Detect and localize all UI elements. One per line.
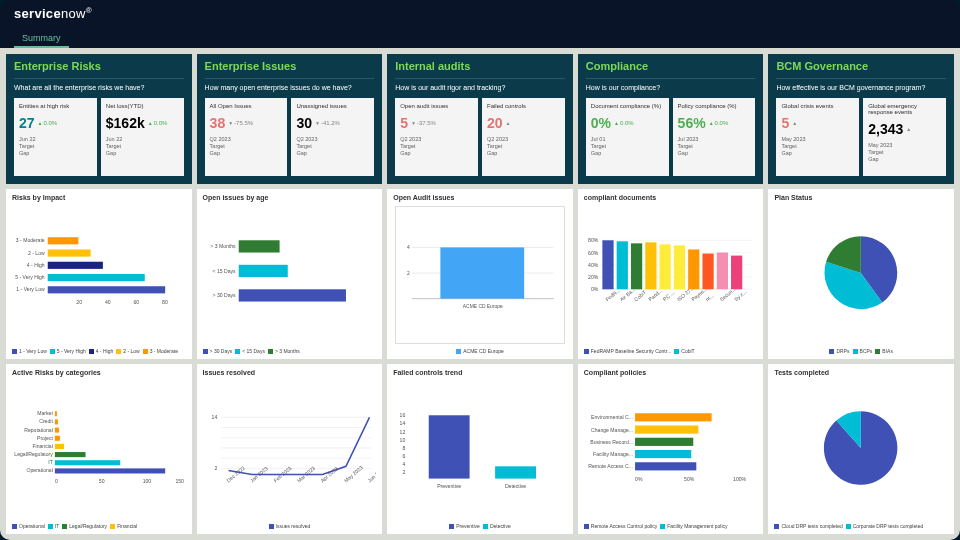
- trend-up-icon: [906, 126, 911, 132]
- svg-text:ACME CD Europe: ACME CD Europe: [463, 304, 503, 309]
- svg-rect-23: [55, 444, 64, 449]
- card-compliant-documents[interactable]: compliant documents 80%60%40%20%0% FedR.…: [578, 189, 764, 359]
- svg-text:20: 20: [76, 299, 82, 305]
- card-open-audit-issues[interactable]: Open Audit issues 4 2 ACME CD Europe ACM…: [387, 189, 573, 359]
- svg-rect-113: [635, 462, 696, 470]
- svg-rect-70: [429, 415, 470, 478]
- trend-up-icon: [148, 120, 153, 126]
- svg-text:Credit: Credit: [39, 418, 53, 424]
- svg-text:16: 16: [400, 412, 406, 418]
- svg-text:IT: IT: [48, 459, 53, 465]
- svg-rect-84: [602, 240, 613, 289]
- svg-text:3 - Moderate: 3 - Moderate: [16, 237, 45, 243]
- metric-net-loss[interactable]: Net loss(YTD) $162k0.0% Jun 22 Target Ga…: [101, 98, 184, 176]
- panel-subtitle: What are all the enterprise risks we hav…: [14, 83, 184, 92]
- svg-text:8: 8: [403, 445, 406, 451]
- svg-text:80: 80: [162, 299, 168, 305]
- svg-rect-7: [48, 274, 145, 281]
- svg-rect-111: [635, 450, 691, 458]
- svg-text:40%: 40%: [588, 262, 599, 268]
- svg-text:60%: 60%: [588, 250, 599, 256]
- svg-rect-105: [635, 413, 712, 421]
- card-compliant-policies[interactable]: Compliant policies Environmental C... Ch…: [578, 364, 764, 534]
- svg-text:2 - Low: 2 - Low: [28, 250, 45, 256]
- panel-compliance: Compliance How is our compliance? Docume…: [578, 54, 764, 184]
- metric-global-emergency[interactable]: Global emergency response events 2,343 M…: [863, 98, 946, 176]
- svg-rect-90: [688, 249, 699, 289]
- card-failed-controls-trend[interactable]: Failed controls trend 161412108642 Preve…: [387, 364, 573, 534]
- svg-text:4 - High: 4 - High: [27, 262, 45, 268]
- svg-text:100: 100: [143, 478, 152, 484]
- svg-rect-93: [731, 256, 742, 290]
- card-open-issues-age[interactable]: Open issues by age > 3 Months < 15 Days …: [197, 189, 383, 359]
- trend-down-icon: [315, 120, 320, 126]
- svg-rect-87: [645, 242, 656, 289]
- svg-text:> 3 Months: > 3 Months: [210, 243, 236, 249]
- svg-text:10: 10: [400, 437, 406, 443]
- svg-text:Environmental C...: Environmental C...: [591, 414, 633, 420]
- metric-failed-controls[interactable]: Failed controls 20 Q2 2023 Target Gap: [482, 98, 565, 176]
- svg-text:12: 12: [400, 429, 406, 435]
- svg-text:100%: 100%: [733, 476, 746, 482]
- svg-rect-3: [48, 249, 91, 256]
- svg-text:50%: 50%: [684, 476, 695, 482]
- svg-text:4: 4: [407, 245, 410, 250]
- topbar: servicenow®: [0, 0, 960, 28]
- card-risks-by-impact[interactable]: Risks by Impact 3 - Moderate 2 - Low 4 -…: [6, 189, 192, 359]
- svg-rect-15: [55, 411, 57, 416]
- svg-rect-1: [48, 237, 79, 244]
- svg-text:0: 0: [55, 478, 58, 484]
- legend: 1 - Very Low 5 - Very High 4 - High 2 - …: [12, 348, 186, 354]
- svg-text:Business Record...: Business Record...: [590, 439, 633, 445]
- panel-internal-audits: Internal audits How is our audit rigor a…: [387, 54, 573, 184]
- svg-text:Market: Market: [37, 410, 53, 416]
- svg-text:14: 14: [211, 414, 217, 420]
- svg-text:Remote Access C...: Remote Access C...: [588, 463, 633, 469]
- panel-enterprise-issues: Enterprise Issues How many open enterpri…: [197, 54, 383, 184]
- tabs: Summary: [0, 28, 960, 48]
- svg-text:Operational: Operational: [27, 467, 53, 473]
- svg-text:nt...: nt...: [704, 292, 714, 302]
- svg-rect-21: [55, 436, 60, 441]
- metric-unassigned-issues[interactable]: Unassigned issues 30-41.2% Q2 2023 Targe…: [291, 98, 374, 176]
- metric-doc-compliance[interactable]: Document compliance (%) 0%0.0% Jul 01 Ta…: [586, 98, 669, 176]
- svg-text:50: 50: [99, 478, 105, 484]
- metric-open-audit-issues[interactable]: Open audit issues 5-37.5% Q2 2023 Target…: [395, 98, 478, 176]
- svg-text:0%: 0%: [591, 286, 599, 292]
- metric-entities-high-risk[interactable]: Entities at high risk 270.0% Jun 22 Targ…: [14, 98, 97, 176]
- card-issues-resolved[interactable]: Issues resolved 142 Dec 2022Jan 2023Feb …: [197, 364, 383, 534]
- metric-all-open-issues[interactable]: All Open Issues 38-75.5% Q2 2023 Target …: [205, 98, 288, 176]
- svg-text:Preventive: Preventive: [437, 483, 461, 489]
- card-plan-status[interactable]: Plan Status DRPsBCPsBIAs: [768, 189, 954, 359]
- svg-text:0%: 0%: [635, 476, 643, 482]
- panel-title: Enterprise Risks: [14, 60, 184, 72]
- card-tests-completed[interactable]: Tests completed Cloud DRP tests complete…: [768, 364, 954, 534]
- card-active-risks-categories[interactable]: Active Risks by categories Market Credit…: [6, 364, 192, 534]
- svg-rect-60: [441, 247, 525, 298]
- trend-down-icon: [228, 120, 233, 126]
- svg-text:4: 4: [403, 461, 406, 467]
- tab-summary[interactable]: Summary: [14, 30, 69, 48]
- metric-policy-compliance[interactable]: Policy compliance (%) 56%0.0% Jul 2023 T…: [673, 98, 756, 176]
- svg-rect-85: [616, 241, 627, 289]
- svg-text:> 30 Days: > 30 Days: [212, 292, 236, 298]
- svg-text:Reputational: Reputational: [24, 427, 53, 433]
- svg-rect-37: [238, 265, 287, 277]
- svg-text:14: 14: [400, 420, 406, 426]
- logo: servicenow®: [14, 6, 92, 21]
- panel-enterprise-risks: Enterprise Risks What are all the enterp…: [6, 54, 192, 184]
- svg-rect-27: [55, 460, 120, 465]
- svg-rect-17: [55, 419, 58, 424]
- svg-text:Detective: Detective: [505, 483, 526, 489]
- svg-text:Jun 2023: Jun 2023: [366, 465, 376, 483]
- svg-text:Facility Manage...: Facility Manage...: [593, 451, 633, 457]
- svg-rect-89: [674, 245, 685, 289]
- svg-rect-19: [55, 428, 59, 433]
- trend-up-icon: [792, 120, 797, 126]
- svg-text:Project: Project: [37, 435, 53, 441]
- svg-text:Pand...: Pand...: [647, 287, 663, 302]
- svg-text:2: 2: [407, 271, 410, 276]
- svg-rect-35: [238, 240, 279, 252]
- metric-global-crisis[interactable]: Global crisis events 5 May 2023 Target G…: [776, 98, 859, 176]
- svg-rect-29: [55, 468, 165, 473]
